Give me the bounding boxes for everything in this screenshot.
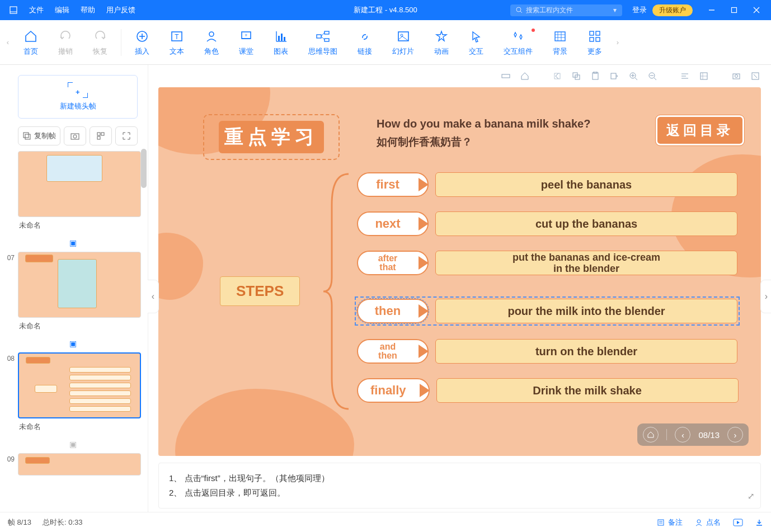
question-text[interactable]: How do you make a banana milk shake? 如何制… — [377, 117, 590, 149]
hud-prev-icon[interactable]: ‹ — [675, 427, 690, 442]
hud-next-icon[interactable]: › — [727, 427, 743, 442]
copy-small-icon[interactable] — [571, 70, 582, 82]
slide-item[interactable]: 08 未命名 — [4, 352, 141, 436]
slide-thumbnail[interactable] — [18, 252, 141, 318]
window-maximize-button[interactable] — [723, 0, 745, 20]
toolbar-class-button[interactable]: + 课堂 — [229, 25, 264, 60]
new-frame-button[interactable]: + 新建镜头帧 — [18, 75, 138, 119]
history-back-icon[interactable] — [552, 70, 563, 82]
slide-thumbnail[interactable] — [18, 151, 141, 217]
status-remark-button[interactable]: 备注 — [657, 517, 683, 528]
toolbar-scroll-left-icon[interactable]: ‹ — [2, 26, 13, 59]
notes-line1: 1、 点击“first”，出现句子。（其他项同理） — [169, 471, 750, 486]
menu-feedback[interactable]: 用户反馈 — [101, 5, 141, 15]
paste-icon[interactable] — [590, 70, 601, 82]
step-row-4[interactable]: thenpour the milk into the blender — [357, 299, 737, 323]
toolbar-insert-button[interactable]: 插入 — [125, 25, 159, 60]
toolbar-more-label: 更多 — [587, 46, 602, 57]
zoom-in-icon[interactable] — [628, 70, 639, 82]
toolbar-scroll-right-icon[interactable]: › — [612, 26, 623, 59]
svg-point-13 — [209, 32, 214, 36]
snapshot-icon[interactable] — [731, 70, 742, 82]
toolbar-component-button[interactable]: 交互组件 — [493, 25, 543, 60]
window-close-button[interactable] — [745, 0, 768, 20]
lesson-title-box[interactable]: 重点学习 — [203, 114, 340, 160]
window-minimize-button[interactable] — [701, 0, 723, 20]
pattern-icon — [553, 29, 567, 44]
ruler-icon[interactable] — [500, 70, 511, 82]
status-bar: 帧 8/13 总时长: 0:33 备注 点名 — [0, 512, 771, 532]
panel-scrollbar[interactable] — [141, 149, 147, 188]
step-label[interactable]: finally — [357, 378, 430, 403]
status-roll-button[interactable]: 点名 — [695, 517, 721, 528]
toolbar-more-button[interactable]: 更多 — [577, 25, 612, 60]
step-row-2[interactable]: nextcut up the bananas — [357, 211, 737, 236]
svg-line-26 — [321, 36, 325, 40]
collapse-left-button[interactable]: ‹ — [148, 280, 159, 313]
step-row-6[interactable]: finallyDrink the milk shake — [357, 378, 739, 403]
toolbar-mindmap-button[interactable]: 思维导图 — [298, 25, 347, 60]
fit-icon[interactable] — [698, 70, 709, 82]
step-row-5[interactable]: andthenturn on the blender — [357, 339, 737, 364]
svg-rect-47 — [611, 73, 616, 79]
svg-rect-30 — [590, 31, 594, 35]
toolbar-slide-button[interactable]: 幻灯片 — [382, 25, 424, 60]
search-dropdown-icon[interactable]: ▾ — [613, 6, 617, 14]
step-label[interactable]: afterthat — [357, 251, 429, 275]
toolbar-bg-button[interactable]: 背景 — [543, 25, 577, 60]
slide-item[interactable]: 07 未命名 — [4, 252, 141, 336]
step-label[interactable]: next — [357, 211, 429, 236]
toolbar-role-button[interactable]: 角色 — [194, 25, 229, 60]
toolbar-home-button[interactable]: 首页 — [13, 25, 48, 60]
toolbar-home-label: 首页 — [23, 46, 38, 57]
toolbar-slide-label: 幻灯片 — [392, 46, 414, 57]
slide-item[interactable]: 09 — [4, 453, 141, 475]
steps-label-box[interactable]: STEPS — [220, 276, 300, 306]
notes-expand-icon[interactable]: ⤢ — [748, 489, 755, 503]
step-row-3[interactable]: afterthatput the bananas and ice-creamin… — [357, 251, 737, 275]
home-small-icon[interactable] — [519, 70, 530, 82]
step-row-1[interactable]: firstpeel the bananas — [357, 172, 737, 197]
step-label[interactable]: then — [357, 299, 429, 323]
upgrade-button[interactable]: 升级账户 — [652, 4, 693, 16]
slide-list[interactable]: 未命名 ▣ 07 未命名 ▣ 08 — [0, 151, 148, 512]
notes-panel[interactable]: 1、 点击“first”，出现句子。（其他项同理） 2、 点击返回目录，即可返回… — [158, 463, 761, 509]
status-download-button[interactable] — [755, 519, 763, 526]
toolbar-redo-button[interactable]: 恢复 — [83, 25, 117, 60]
step-label[interactable]: andthen — [357, 339, 429, 364]
toolbar-link-button[interactable]: 链接 — [347, 25, 382, 60]
more-tools-icon[interactable] — [750, 70, 761, 82]
toolbar-interact-button[interactable]: 交互 — [459, 25, 493, 60]
status-play-button[interactable] — [733, 519, 743, 526]
menu-file[interactable]: 文件 — [23, 5, 49, 15]
login-button[interactable]: 登录 — [632, 5, 647, 15]
toolbar-text-button[interactable]: T 文本 — [159, 25, 194, 60]
transition-icon[interactable]: ▣ — [4, 338, 141, 352]
transition-icon[interactable]: ▣ — [4, 237, 141, 252]
home-icon — [24, 29, 37, 44]
zoom-out-icon[interactable] — [647, 70, 658, 82]
menu-edit[interactable]: 编辑 — [49, 5, 75, 15]
toolbar-undo-button[interactable]: 撤销 — [48, 25, 83, 60]
collapse-right-button[interactable]: › — [760, 280, 771, 313]
next-frame-icon[interactable] — [609, 70, 620, 82]
slide-thumbnail[interactable] — [18, 453, 141, 475]
copy-frame-button[interactable]: 复制帧 — [18, 126, 60, 145]
menu-help[interactable]: 帮助 — [75, 5, 101, 15]
toolbar-anim-button[interactable]: 动画 — [424, 25, 459, 60]
slide-canvas[interactable]: 重点学习 How do you make a banana milk shake… — [158, 87, 761, 456]
slide-thumbnail-selected[interactable] — [18, 352, 141, 418]
back-menu-button[interactable]: 返回目录 — [656, 115, 744, 145]
qr-button[interactable] — [90, 126, 112, 145]
align-icon[interactable] — [679, 70, 690, 82]
step-label[interactable]: first — [357, 172, 429, 197]
hud-home-icon[interactable] — [643, 427, 659, 442]
camera-button[interactable] — [64, 126, 86, 145]
slide-item[interactable]: 未命名 — [4, 151, 141, 235]
transition-icon[interactable]: ▣ — [4, 439, 141, 453]
toolbar-chart-button[interactable]: 图表 — [264, 25, 298, 60]
main-body: + 新建镜头帧 复制帧 未命名 ▣ — [0, 65, 771, 512]
expand-button[interactable] — [115, 126, 138, 145]
toolbar-undo-label: 撤销 — [58, 46, 73, 57]
search-input[interactable]: 搜索工程内文件 ▾ — [510, 4, 622, 16]
